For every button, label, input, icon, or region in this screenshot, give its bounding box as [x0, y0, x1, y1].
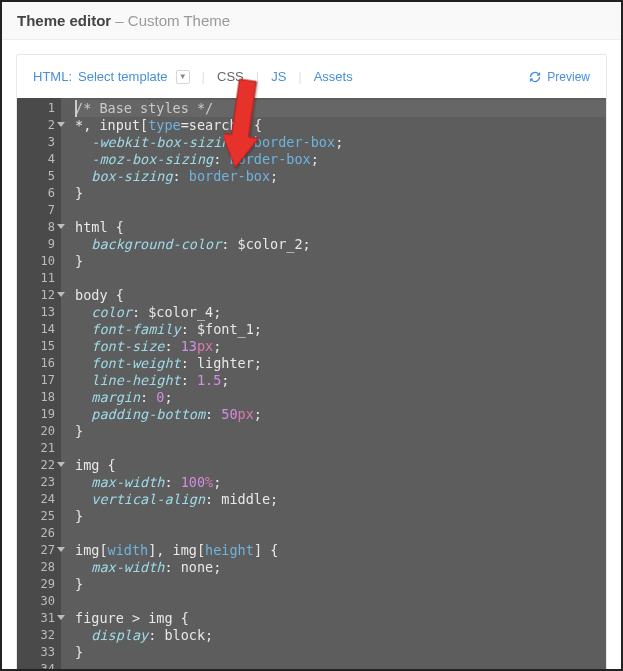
- line-number: 28: [17, 559, 55, 576]
- line-number: 6: [17, 185, 55, 202]
- line-number: 5: [17, 168, 55, 185]
- code-line[interactable]: }: [75, 644, 606, 661]
- line-number: 4: [17, 151, 55, 168]
- editor-toolbar: HTML: Select template ▼ | CSS | JS | Ass…: [17, 55, 606, 98]
- line-number: 12: [17, 287, 55, 304]
- code-line[interactable]: figure > img {: [75, 610, 606, 627]
- line-number: 21: [17, 440, 55, 457]
- select-template-dropdown[interactable]: Select template ▼: [78, 69, 190, 84]
- chevron-down-icon: ▼: [176, 70, 190, 84]
- code-line[interactable]: [75, 593, 606, 610]
- divider: |: [202, 69, 205, 84]
- select-template-label: Select template: [78, 69, 168, 84]
- code-line[interactable]: [75, 440, 606, 457]
- refresh-icon: [529, 71, 541, 83]
- line-number: 16: [17, 355, 55, 372]
- line-number: 22: [17, 457, 55, 474]
- code-line[interactable]: display: block;: [75, 627, 606, 644]
- line-number: 18: [17, 389, 55, 406]
- tab-assets[interactable]: Assets: [314, 69, 353, 84]
- html-label: HTML:: [33, 69, 72, 84]
- code-line[interactable]: }: [75, 576, 606, 593]
- code-line[interactable]: box-sizing: border-box;: [75, 168, 606, 185]
- line-number: 15: [17, 338, 55, 355]
- code-editor[interactable]: 1234567891011121314151617181920212223242…: [17, 98, 606, 671]
- line-number: 30: [17, 593, 55, 610]
- line-number: 2: [17, 117, 55, 134]
- line-number: 23: [17, 474, 55, 491]
- line-number: 24: [17, 491, 55, 508]
- line-number: 19: [17, 406, 55, 423]
- code-line[interactable]: img {: [75, 457, 606, 474]
- editor-panel: HTML: Select template ▼ | CSS | JS | Ass…: [16, 54, 607, 671]
- code-line[interactable]: }: [75, 185, 606, 202]
- code-line[interactable]: max-width: none;: [75, 559, 606, 576]
- code-line[interactable]: [75, 202, 606, 219]
- divider: |: [298, 69, 301, 84]
- code-line[interactable]: }: [75, 253, 606, 270]
- line-number: 25: [17, 508, 55, 525]
- line-number: 3: [17, 134, 55, 151]
- line-number: 13: [17, 304, 55, 321]
- code-line[interactable]: }: [75, 423, 606, 440]
- code-line[interactable]: vertical-align: middle;: [75, 491, 606, 508]
- line-number: 29: [17, 576, 55, 593]
- code-line[interactable]: font-family: $font_1;: [75, 321, 606, 338]
- code-line[interactable]: background-color: $color_2;: [75, 236, 606, 253]
- code-line[interactable]: padding-bottom: 50px;: [75, 406, 606, 423]
- code-line[interactable]: [75, 270, 606, 287]
- page-title: Theme editor: [17, 12, 111, 29]
- code-line[interactable]: color: $color_4;: [75, 304, 606, 321]
- line-number-gutter: 1234567891011121314151617181920212223242…: [17, 98, 61, 671]
- line-number: 10: [17, 253, 55, 270]
- line-number: 26: [17, 525, 55, 542]
- code-line[interactable]: -moz-box-sizing: border-box;: [75, 151, 606, 168]
- code-line[interactable]: -webkit-box-sizing: border-box;: [75, 134, 606, 151]
- code-line[interactable]: line-height: 1.5;: [75, 372, 606, 389]
- preview-button[interactable]: Preview: [529, 70, 590, 84]
- active-line-highlight: [75, 100, 606, 117]
- code-line[interactable]: html {: [75, 219, 606, 236]
- tab-css[interactable]: CSS: [217, 69, 244, 84]
- code-line[interactable]: [75, 525, 606, 542]
- code-line[interactable]: img[width], img[height] {: [75, 542, 606, 559]
- line-number: 1: [17, 100, 55, 117]
- code-line[interactable]: font-size: 13px;: [75, 338, 606, 355]
- line-number: 8: [17, 219, 55, 236]
- code-line[interactable]: *, input[type=search] {: [75, 117, 606, 134]
- code-line[interactable]: margin: 0;: [75, 389, 606, 406]
- line-number: 11: [17, 270, 55, 287]
- line-number: 7: [17, 202, 55, 219]
- code-line[interactable]: }: [75, 508, 606, 525]
- line-number: 27: [17, 542, 55, 559]
- line-number: 34: [17, 661, 55, 671]
- line-number: 33: [17, 644, 55, 661]
- line-number: 9: [17, 236, 55, 253]
- code-line[interactable]: body {: [75, 287, 606, 304]
- line-number: 14: [17, 321, 55, 338]
- page-header: Theme editor – Custom Theme: [2, 2, 621, 40]
- code-content[interactable]: /* Base styles */*, input[type=search] {…: [75, 98, 606, 671]
- code-line[interactable]: [75, 661, 606, 671]
- line-number: 32: [17, 627, 55, 644]
- line-number: 20: [17, 423, 55, 440]
- preview-label: Preview: [547, 70, 590, 84]
- line-number: 17: [17, 372, 55, 389]
- line-number: 31: [17, 610, 55, 627]
- divider: |: [256, 69, 259, 84]
- code-line[interactable]: max-width: 100%;: [75, 474, 606, 491]
- code-line[interactable]: font-weight: lighter;: [75, 355, 606, 372]
- tab-js[interactable]: JS: [271, 69, 286, 84]
- page-subtitle: – Custom Theme: [115, 12, 230, 29]
